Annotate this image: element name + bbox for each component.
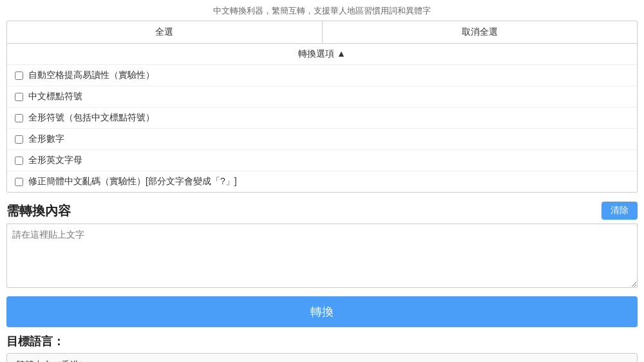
option-checkbox-5[interactable] [15, 157, 23, 165]
target-language-section: 目標語言： 繁體中文（香港）繁體中文（台灣）簡體中文香港繁體 [6, 334, 638, 362]
option-row-5: 全形英文字母 [7, 150, 637, 171]
input-section-title: 需轉換內容 [6, 202, 71, 220]
language-select[interactable]: 繁體中文（香港）繁體中文（台灣）簡體中文香港繁體 [6, 353, 638, 362]
input-section: 需轉換內容 清除 [6, 202, 638, 290]
option-label-3[interactable]: 全形符號（包括中文標點符號） [28, 112, 155, 124]
option-checkbox-1[interactable] [15, 71, 23, 80]
convert-button[interactable]: 轉換 [6, 296, 638, 327]
input-section-header: 需轉換內容 清除 [6, 202, 638, 220]
option-checkbox-2[interactable] [15, 93, 23, 101]
options-header: 全選 取消全選 [7, 21, 637, 44]
target-language-label: 目標語言： [6, 334, 638, 349]
option-row-3: 全形符號（包括中文標點符號） [7, 108, 637, 129]
options-panel: 全選 取消全選 轉換選項 ▲ 自動空格提高易讀性（實驗性）中文標點符號全形符號（… [6, 21, 638, 193]
option-label-5[interactable]: 全形英文字母 [28, 155, 82, 166]
option-row-6: 修正簡體中文亂碼（實驗性）[部分文字會變成「?」] [7, 171, 637, 192]
options-triangle: ▲ [337, 48, 346, 59]
top-bar: 中文轉換利器，繁簡互轉，支援華人地區習慣用詞和異體字 [0, 0, 644, 21]
option-checkbox-4[interactable] [15, 135, 23, 144]
option-label-6[interactable]: 修正簡體中文亂碼（實驗性）[部分文字會變成「?」] [28, 176, 237, 187]
clear-input-button[interactable]: 清除 [601, 202, 638, 220]
option-row-2: 中文標點符號 [7, 86, 637, 108]
option-label-1[interactable]: 自動空格提高易讀性（實驗性） [28, 70, 155, 81]
option-checkbox-3[interactable] [15, 114, 23, 122]
deselect-all-label: 取消全選 [462, 26, 498, 37]
option-checkbox-6[interactable] [15, 178, 23, 186]
option-label-4[interactable]: 全形數字 [28, 133, 64, 145]
deselect-all-button[interactable]: 取消全選 [323, 21, 638, 43]
content-input[interactable] [6, 224, 638, 288]
option-row-4: 全形數字 [7, 129, 637, 150]
options-body: 自動空格提高易讀性（實驗性）中文標點符號全形符號（包括中文標點符號）全形數字全形… [7, 65, 637, 192]
options-title-row: 轉換選項 ▲ [7, 44, 637, 65]
options-title: 轉換選項 [298, 48, 334, 59]
select-all-button[interactable]: 全選 [7, 21, 323, 43]
select-all-label: 全選 [155, 26, 173, 37]
option-row-1: 自動空格提高易讀性（實驗性） [7, 65, 637, 86]
top-bar-text: 中文轉換利器，繁簡互轉，支援華人地區習慣用詞和異體字 [213, 6, 431, 15]
option-label-2[interactable]: 中文標點符號 [28, 91, 82, 102]
